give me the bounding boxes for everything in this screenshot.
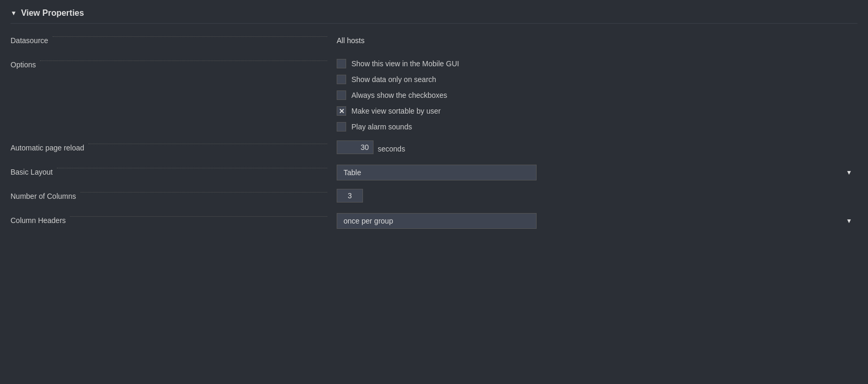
basic-layout-value-container: Table Single Tiled ▼ [337, 165, 857, 180]
checkbox-label-search-only: Show data only on search [351, 75, 436, 84]
num-columns-row: Number of Columns [11, 189, 857, 206]
auto-reload-dots [88, 144, 327, 144]
checkbox-label-mobile-gui: Show this view in the Mobile GUI [351, 59, 459, 68]
checkbox-search-only[interactable] [337, 75, 346, 84]
datasource-value: All hosts [337, 33, 857, 45]
column-headers-row: Column Headers once per group every row … [11, 213, 857, 230]
column-headers-value-container: once per group every row none ▼ [337, 213, 857, 229]
panel-title: View Properties [21, 8, 84, 18]
column-headers-label: Column Headers [11, 216, 66, 225]
basic-layout-select[interactable]: Table Single Tiled [337, 165, 537, 180]
basic-layout-label-container: Basic Layout [11, 165, 337, 176]
options-dots [40, 60, 327, 61]
seconds-label: seconds [374, 142, 405, 153]
basic-layout-row: Basic Layout Table Single Tiled ▼ [11, 165, 857, 181]
num-columns-dots [80, 192, 328, 193]
auto-reload-label: Automatic page reload [11, 144, 84, 152]
auto-reload-value-container: seconds [337, 140, 857, 154]
basic-layout-select-wrapper: Table Single Tiled ▼ [337, 165, 857, 180]
options-checkboxes: Show this view in the Mobile GUIShow dat… [337, 57, 857, 133]
panel-header: ▼ View Properties [11, 8, 857, 24]
checkbox-always-checkboxes[interactable] [337, 90, 346, 100]
datasource-dots [53, 36, 327, 37]
column-headers-select[interactable]: once per group every row none [337, 213, 537, 229]
basic-layout-dots [57, 168, 327, 168]
checkbox-alarm-sounds[interactable] [337, 122, 346, 132]
datasource-label-container: Datasource [11, 33, 337, 45]
basic-layout-dropdown-icon: ▼ [846, 169, 852, 176]
auto-reload-label-container: Automatic page reload [11, 140, 337, 152]
datasource-row: Datasource All hosts [11, 33, 857, 50]
checkbox-label-always-checkboxes: Always show the checkboxes [351, 91, 447, 99]
checkbox-row-search-only: Show data only on search [337, 73, 857, 86]
options-row: Options Show this view in the Mobile GUI… [11, 57, 857, 133]
column-headers-dropdown-icon: ▼ [846, 217, 852, 225]
checkbox-label-alarm-sounds: Play alarm sounds [351, 123, 412, 131]
view-properties-panel: ▼ View Properties Datasource All hosts O… [0, 0, 868, 246]
basic-layout-label: Basic Layout [11, 168, 53, 176]
checkbox-label-sortable: Make view sortable by user [351, 107, 441, 115]
num-columns-input[interactable] [337, 189, 363, 203]
num-columns-value-container [337, 189, 857, 203]
num-columns-label: Number of Columns [11, 192, 76, 200]
collapse-icon[interactable]: ▼ [11, 9, 17, 17]
auto-reload-row: Automatic page reload seconds [11, 140, 857, 157]
num-columns-label-container: Number of Columns [11, 189, 337, 200]
checkbox-row-mobile-gui: Show this view in the Mobile GUI [337, 57, 857, 70]
auto-reload-input[interactable] [337, 140, 374, 154]
column-headers-label-container: Column Headers [11, 213, 337, 225]
datasource-value-container: All hosts [337, 33, 857, 45]
options-label: Options [11, 60, 36, 69]
reload-row: seconds [337, 140, 857, 154]
options-label-container: Options [11, 57, 337, 69]
column-headers-dots [70, 216, 327, 217]
checkbox-row-alarm-sounds: Play alarm sounds [337, 120, 857, 133]
checkbox-row-always-checkboxes: Always show the checkboxes [337, 89, 857, 102]
checkbox-sortable[interactable]: ✕ [337, 106, 346, 116]
checkbox-mobile-gui[interactable] [337, 59, 346, 68]
column-headers-select-wrapper: once per group every row none ▼ [337, 213, 857, 229]
checkbox-row-sortable: ✕Make view sortable by user [337, 105, 857, 117]
datasource-label: Datasource [11, 36, 48, 45]
